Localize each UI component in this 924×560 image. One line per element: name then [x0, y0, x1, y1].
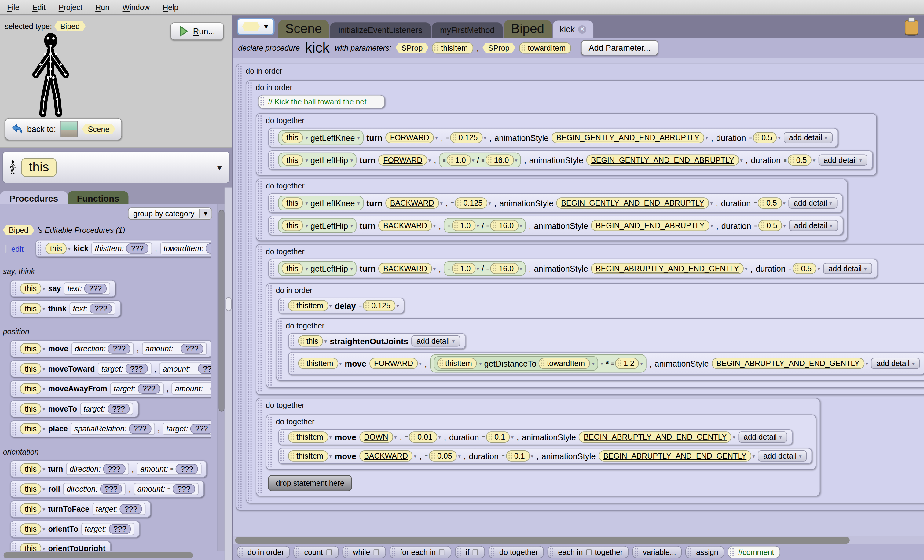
- param-name-pill[interactable]: towardItem: [519, 42, 571, 54]
- close-tab-icon[interactable]: ✕: [578, 25, 586, 33]
- param-type-tag[interactable]: SProp: [396, 43, 429, 53]
- unset-value-pill[interactable]: ???: [84, 283, 106, 293]
- procedure-template-kick[interactable]: this▾kickthisItem:???,towardItem:???: [36, 240, 211, 257]
- clipboard-icon[interactable]: [903, 16, 921, 37]
- instance-pill[interactable]: this: [20, 383, 42, 394]
- value-pill[interactable]: 0.5: [753, 132, 777, 143]
- unset-value-pill[interactable]: ???: [108, 344, 130, 354]
- add-detail-button[interactable]: add detail▾: [788, 198, 837, 209]
- unset-value-pill[interactable]: ???: [109, 524, 131, 534]
- unset-value-pill[interactable]: ???: [206, 244, 211, 253]
- procedure-template[interactable]: this▾moveTowardtarget:???,amount:≡???: [10, 360, 211, 377]
- toolbar-button-variable-[interactable]: variable...: [632, 546, 682, 559]
- add-detail-button[interactable]: add detail▾: [789, 220, 838, 231]
- block-do-together[interactable]: do togetherthis▾getLeftHip▾turnBACKWARD▾…: [256, 244, 924, 395]
- statement[interactable]: this▾getLeftHip▾turnBACKWARD▾,≡1.0▾/≡16.…: [268, 259, 877, 279]
- instance-pill[interactable]: this: [20, 403, 42, 415]
- number-pill[interactable]: ≡0.125▾: [451, 198, 491, 209]
- procedure-template[interactable]: this▾orientTotarget:???: [10, 521, 140, 538]
- number-pill[interactable]: ≡16.0▾: [486, 263, 522, 274]
- parameter-slot[interactable]: spatialRelation:???: [70, 422, 154, 435]
- number-pill[interactable]: ≡0.1▾: [502, 450, 534, 462]
- procedure-template[interactable]: this▾turndirection:???,amount:≡???: [10, 460, 207, 478]
- scrollbar-thumb[interactable]: [226, 297, 232, 311]
- enum-value-pill[interactable]: BEGIN_GENTLY_AND_END_ABRUPTLY: [552, 132, 704, 143]
- unset-value-pill[interactable]: ???: [173, 484, 195, 494]
- instance-pill[interactable]: this: [20, 523, 42, 535]
- number-pill[interactable]: ≡0.5▾: [788, 263, 820, 274]
- enum-value-pill[interactable]: BEGIN_GENTLY_AND_END_ABRUPTLY: [556, 198, 709, 209]
- distance-expression[interactable]: thisItem▾getDistanceTotowardItem▾: [433, 356, 598, 371]
- fraction-expression[interactable]: ≡1.0▾/≡16.0▾: [444, 261, 526, 276]
- unset-value-pill[interactable]: ???: [103, 464, 125, 474]
- parameter-slot[interactable]: target:???: [92, 503, 146, 515]
- enum-value-pill[interactable]: DOWN: [359, 431, 393, 443]
- target-expression[interactable]: this▾getLeftKnee▾: [278, 130, 363, 145]
- instance-pill[interactable]: thisItem: [298, 358, 338, 369]
- unset-value-pill[interactable]: ???: [108, 404, 130, 414]
- number-pill[interactable]: ≡0.5▾: [754, 198, 786, 209]
- number-pill[interactable]: ≡0.5▾: [749, 132, 781, 143]
- procedure-template[interactable]: this▾placespatialRelation:???,target:???: [10, 421, 211, 437]
- unset-value-pill[interactable]: ???: [190, 424, 211, 434]
- procedure-template[interactable]: this▾moveAwayFromtarget:???,amount:≡???: [10, 380, 211, 397]
- value-pill[interactable]: 0.5: [758, 220, 782, 231]
- value-pill[interactable]: 1.2: [615, 358, 639, 369]
- menu-item-file[interactable]: File: [7, 3, 19, 12]
- unset-value-pill[interactable]: ???: [176, 464, 198, 474]
- instance-pill[interactable]: this: [282, 220, 303, 231]
- target-expression[interactable]: this▾getLeftHip▾: [278, 153, 357, 168]
- enum-value-pill[interactable]: BACKWARD: [379, 220, 432, 231]
- procedure-template[interactable]: this▾thinktext:???: [10, 300, 121, 317]
- number-pill[interactable]: ≡0.01▾: [405, 431, 441, 443]
- number-pill[interactable]: ≡1.2▾: [611, 358, 643, 369]
- instance-pill[interactable]: this: [20, 483, 42, 495]
- value-pill[interactable]: 0.5: [758, 198, 782, 209]
- fraction-expression[interactable]: ≡1.0▾/≡16.0▾: [444, 218, 526, 233]
- enum-value-pill[interactable]: BEGIN_GENTLY_AND_END_ABRUPTLY: [586, 154, 739, 166]
- block-do-together[interactable]: do togetherthis▾straightenOutJointsadd d…: [276, 318, 924, 381]
- block-do-together[interactable]: do togetherthis▾getLeftKnee▾turnFORWARD▾…: [256, 113, 877, 176]
- add-parameter-button[interactable]: Add Parameter...: [581, 40, 658, 55]
- parameter-slot[interactable]: direction:???: [63, 483, 126, 495]
- enum-value-pill[interactable]: BEGIN_ABRUPTLY_AND_END_GENTLY: [598, 450, 751, 462]
- value-pill[interactable]: 1.0: [452, 263, 476, 274]
- statement[interactable]: thisItem▾moveDOWN▾,≡0.01▾,duration≡0.1▾,…: [278, 429, 792, 445]
- value-pill[interactable]: 0.5: [793, 263, 816, 274]
- editor-tab-initializeEventListeners[interactable]: initializeEventListeners: [330, 22, 431, 37]
- scrollbar-thumb[interactable]: [4, 553, 194, 558]
- value-pill[interactable]: 0.5: [788, 154, 812, 166]
- parameter-slot[interactable]: amount:≡???: [134, 483, 199, 495]
- toolbar-button-each-in[interactable]: each in together: [548, 546, 629, 559]
- number-pill[interactable]: ≡0.125▾: [359, 300, 399, 311]
- instance-pill[interactable]: thisItem: [288, 300, 328, 311]
- procedure-template[interactable]: this▾moveTotarget:???: [10, 400, 139, 417]
- target-expression[interactable]: this▾getLeftHip▾: [278, 261, 357, 276]
- parameter-slot[interactable]: direction:???: [66, 463, 129, 475]
- back-to-scene-button[interactable]: back to: Scene: [4, 118, 122, 140]
- block-do-together[interactable]: do togetherdo togetherthisItem▾moveDOWN▾…: [256, 398, 820, 496]
- group-by-dropdown[interactable]: group by category ▼: [128, 207, 212, 220]
- drop-zone[interactable]: drop statement here: [268, 475, 352, 491]
- editor-tab-Biped[interactable]: Biped: [504, 20, 551, 38]
- parameter-slot[interactable]: target:???: [163, 422, 211, 435]
- procedures-scrollbar[interactable]: [218, 204, 225, 551]
- toolbar-button-count[interactable]: count: [294, 546, 339, 559]
- add-detail-button[interactable]: add detail▾: [818, 154, 867, 166]
- instance-pill[interactable]: thisItem: [288, 450, 328, 462]
- instance-pill[interactable]: this: [282, 198, 303, 209]
- instance-pill[interactable]: this: [45, 243, 67, 254]
- scrollbar-thumb[interactable]: [235, 537, 850, 544]
- editor-tab-kick[interactable]: kick✕: [552, 21, 594, 38]
- multiply-expression[interactable]: thisItem▾getDistanceTotowardItem▾▾*≡1.2▾: [430, 354, 646, 373]
- unset-value-pill[interactable]: ???: [138, 384, 160, 394]
- parameter-slot[interactable]: amount:≡???: [171, 382, 211, 395]
- value-pill[interactable]: 0.125: [450, 132, 483, 143]
- unset-value-pill[interactable]: ???: [120, 504, 142, 514]
- param-name-pill[interactable]: thisItem: [432, 42, 473, 54]
- block-do-in-order[interactable]: do in orderdo in order// Kick the ball t…: [236, 64, 924, 511]
- number-pill[interactable]: ≡1.0▾: [443, 154, 474, 166]
- block-do-together[interactable]: do togetherthis▾getLeftKnee▾turnBACKWARD…: [256, 179, 847, 241]
- instance-pill[interactable]: this: [282, 132, 303, 143]
- instance-pill[interactable]: this: [282, 154, 303, 166]
